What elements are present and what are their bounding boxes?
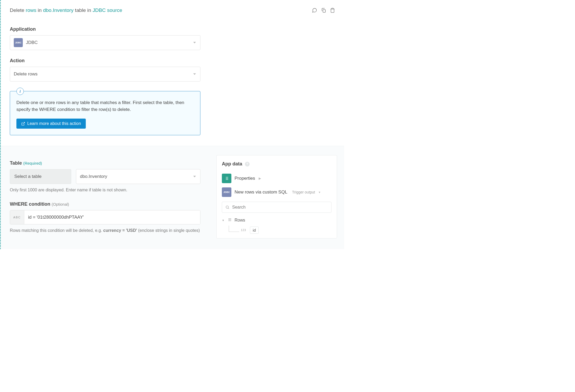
application-dropdown[interactable]: JDBC JDBC [10,35,200,50]
search-box[interactable] [222,202,331,213]
trash-icon[interactable] [330,8,335,13]
id-datapill[interactable]: id [250,227,259,234]
action-dropdown[interactable]: Delete rows [10,67,200,82]
chevron-down-icon [193,42,196,43]
chevron-right-icon: ▶ [259,177,261,180]
number-type-icon: 123 [241,229,248,232]
select-mode-dropdown[interactable]: Select a table [10,169,71,184]
chevron-down-icon [193,176,196,177]
tree-toggle-icon[interactable]: ▼ [222,219,225,222]
info-icon: i [16,88,24,95]
title-link-source[interactable]: JDBC source [93,7,122,13]
jdbc-icon: JDBC [222,187,231,197]
table-dropdown[interactable]: dbo.Inventory [76,169,200,184]
trigger-meta: Trigger output [292,190,315,194]
step-title: Delete rows in dbo.Inventory table in JD… [10,7,122,13]
properties-source[interactable]: Properties ▶ [222,172,331,185]
table-label: Table (Required) [10,160,200,166]
where-help-text: Rows matching this condition will be del… [10,228,200,233]
optional-tag: (Optional) [52,202,69,206]
action-label: Action [10,58,335,64]
action-value: Delete rows [14,71,38,77]
info-text: Delete one or more rows in any table tha… [16,99,194,113]
search-icon [225,205,230,209]
properties-icon [222,174,231,183]
tree-connector [229,226,239,232]
copy-icon[interactable] [321,8,326,13]
help-icon[interactable]: ? [245,162,250,166]
where-input[interactable] [24,210,200,224]
required-tag: (Required) [23,161,42,165]
list-icon [228,218,232,223]
app-data-title: App data [222,161,242,167]
table-help-text: Only first 1000 are displayed. Enter nam… [10,188,200,192]
svg-rect-0 [323,10,326,12]
info-box: i Delete one or more rows in any table t… [10,91,200,135]
app-data-panel: App data ? Properties ▶ JDBC New rows vi… [216,155,337,238]
table-value: dbo.Inventory [80,174,107,179]
title-link-table[interactable]: dbo.Inventory [43,7,74,13]
title-link-rows[interactable]: rows [26,7,36,13]
trigger-source[interactable]: JDBC New rows via custom SQL Trigger out… [222,185,331,199]
svg-point-7 [226,206,228,208]
rows-tree-node[interactable]: ▼ Rows [222,217,331,224]
text-type-icon: ABC [10,210,24,224]
chevron-down-icon: ▼ [318,191,321,194]
svg-line-8 [228,208,229,209]
learn-more-button[interactable]: Learn more about this action [16,119,86,129]
application-value: JDBC [26,40,38,45]
application-label: Application [10,26,335,32]
chevron-down-icon [193,73,196,75]
search-input[interactable] [232,205,328,210]
comment-icon[interactable] [312,8,317,13]
jdbc-icon: JDBC [14,38,23,47]
where-label: WHERE condition (Optional) [10,201,200,207]
